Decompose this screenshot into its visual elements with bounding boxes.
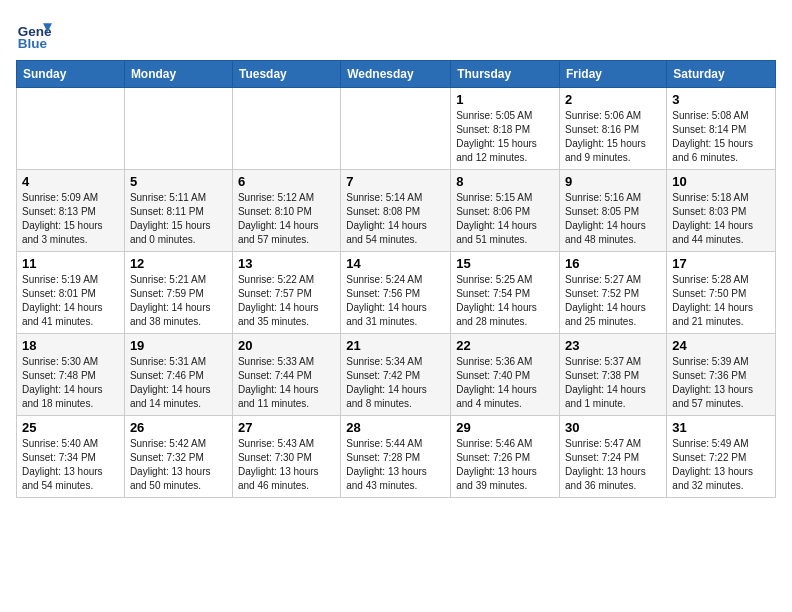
- calendar-cell: 13Sunrise: 5:22 AMSunset: 7:57 PMDayligh…: [232, 252, 340, 334]
- calendar-table: SundayMondayTuesdayWednesdayThursdayFrid…: [16, 60, 776, 498]
- day-info: Sunrise: 5:34 AMSunset: 7:42 PMDaylight:…: [346, 355, 445, 411]
- day-number: 10: [672, 174, 770, 189]
- day-info: Sunrise: 5:37 AMSunset: 7:38 PMDaylight:…: [565, 355, 661, 411]
- day-info: Sunrise: 5:39 AMSunset: 7:36 PMDaylight:…: [672, 355, 770, 411]
- day-info: Sunrise: 5:21 AMSunset: 7:59 PMDaylight:…: [130, 273, 227, 329]
- day-number: 31: [672, 420, 770, 435]
- day-info: Sunrise: 5:36 AMSunset: 7:40 PMDaylight:…: [456, 355, 554, 411]
- calendar-cell: 9Sunrise: 5:16 AMSunset: 8:05 PMDaylight…: [560, 170, 667, 252]
- day-info: Sunrise: 5:47 AMSunset: 7:24 PMDaylight:…: [565, 437, 661, 493]
- calendar-cell: 18Sunrise: 5:30 AMSunset: 7:48 PMDayligh…: [17, 334, 125, 416]
- calendar-cell: 8Sunrise: 5:15 AMSunset: 8:06 PMDaylight…: [451, 170, 560, 252]
- day-number: 22: [456, 338, 554, 353]
- calendar-cell: 16Sunrise: 5:27 AMSunset: 7:52 PMDayligh…: [560, 252, 667, 334]
- calendar-cell: 15Sunrise: 5:25 AMSunset: 7:54 PMDayligh…: [451, 252, 560, 334]
- day-number: 24: [672, 338, 770, 353]
- calendar-cell: 27Sunrise: 5:43 AMSunset: 7:30 PMDayligh…: [232, 416, 340, 498]
- day-info: Sunrise: 5:12 AMSunset: 8:10 PMDaylight:…: [238, 191, 335, 247]
- calendar-cell: 31Sunrise: 5:49 AMSunset: 7:22 PMDayligh…: [667, 416, 776, 498]
- day-number: 26: [130, 420, 227, 435]
- day-number: 21: [346, 338, 445, 353]
- calendar-cell: [124, 88, 232, 170]
- calendar-cell: 5Sunrise: 5:11 AMSunset: 8:11 PMDaylight…: [124, 170, 232, 252]
- day-info: Sunrise: 5:42 AMSunset: 7:32 PMDaylight:…: [130, 437, 227, 493]
- day-number: 14: [346, 256, 445, 271]
- calendar-cell: 24Sunrise: 5:39 AMSunset: 7:36 PMDayligh…: [667, 334, 776, 416]
- calendar-cell: 2Sunrise: 5:06 AMSunset: 8:16 PMDaylight…: [560, 88, 667, 170]
- day-info: Sunrise: 5:19 AMSunset: 8:01 PMDaylight:…: [22, 273, 119, 329]
- day-number: 18: [22, 338, 119, 353]
- calendar-week-row: 25Sunrise: 5:40 AMSunset: 7:34 PMDayligh…: [17, 416, 776, 498]
- day-number: 16: [565, 256, 661, 271]
- calendar-cell: 23Sunrise: 5:37 AMSunset: 7:38 PMDayligh…: [560, 334, 667, 416]
- day-info: Sunrise: 5:30 AMSunset: 7:48 PMDaylight:…: [22, 355, 119, 411]
- day-number: 13: [238, 256, 335, 271]
- calendar-cell: 4Sunrise: 5:09 AMSunset: 8:13 PMDaylight…: [17, 170, 125, 252]
- calendar-week-row: 11Sunrise: 5:19 AMSunset: 8:01 PMDayligh…: [17, 252, 776, 334]
- day-number: 8: [456, 174, 554, 189]
- column-header-thursday: Thursday: [451, 61, 560, 88]
- calendar-cell: 17Sunrise: 5:28 AMSunset: 7:50 PMDayligh…: [667, 252, 776, 334]
- logo-icon: General Blue: [16, 16, 52, 52]
- calendar-week-row: 1Sunrise: 5:05 AMSunset: 8:18 PMDaylight…: [17, 88, 776, 170]
- day-number: 2: [565, 92, 661, 107]
- day-info: Sunrise: 5:28 AMSunset: 7:50 PMDaylight:…: [672, 273, 770, 329]
- day-number: 20: [238, 338, 335, 353]
- day-number: 1: [456, 92, 554, 107]
- day-info: Sunrise: 5:08 AMSunset: 8:14 PMDaylight:…: [672, 109, 770, 165]
- day-info: Sunrise: 5:33 AMSunset: 7:44 PMDaylight:…: [238, 355, 335, 411]
- day-info: Sunrise: 5:15 AMSunset: 8:06 PMDaylight:…: [456, 191, 554, 247]
- calendar-cell: [341, 88, 451, 170]
- day-number: 23: [565, 338, 661, 353]
- day-number: 29: [456, 420, 554, 435]
- column-header-sunday: Sunday: [17, 61, 125, 88]
- day-info: Sunrise: 5:11 AMSunset: 8:11 PMDaylight:…: [130, 191, 227, 247]
- day-info: Sunrise: 5:05 AMSunset: 8:18 PMDaylight:…: [456, 109, 554, 165]
- day-info: Sunrise: 5:18 AMSunset: 8:03 PMDaylight:…: [672, 191, 770, 247]
- calendar-cell: [17, 88, 125, 170]
- calendar-cell: 30Sunrise: 5:47 AMSunset: 7:24 PMDayligh…: [560, 416, 667, 498]
- column-header-tuesday: Tuesday: [232, 61, 340, 88]
- calendar-cell: [232, 88, 340, 170]
- calendar-cell: 12Sunrise: 5:21 AMSunset: 7:59 PMDayligh…: [124, 252, 232, 334]
- day-info: Sunrise: 5:49 AMSunset: 7:22 PMDaylight:…: [672, 437, 770, 493]
- day-info: Sunrise: 5:09 AMSunset: 8:13 PMDaylight:…: [22, 191, 119, 247]
- day-info: Sunrise: 5:27 AMSunset: 7:52 PMDaylight:…: [565, 273, 661, 329]
- day-info: Sunrise: 5:44 AMSunset: 7:28 PMDaylight:…: [346, 437, 445, 493]
- calendar-cell: 28Sunrise: 5:44 AMSunset: 7:28 PMDayligh…: [341, 416, 451, 498]
- calendar-week-row: 18Sunrise: 5:30 AMSunset: 7:48 PMDayligh…: [17, 334, 776, 416]
- day-number: 17: [672, 256, 770, 271]
- day-info: Sunrise: 5:22 AMSunset: 7:57 PMDaylight:…: [238, 273, 335, 329]
- logo: General Blue: [16, 16, 56, 52]
- column-header-monday: Monday: [124, 61, 232, 88]
- calendar-cell: 29Sunrise: 5:46 AMSunset: 7:26 PMDayligh…: [451, 416, 560, 498]
- calendar-cell: 1Sunrise: 5:05 AMSunset: 8:18 PMDaylight…: [451, 88, 560, 170]
- day-info: Sunrise: 5:43 AMSunset: 7:30 PMDaylight:…: [238, 437, 335, 493]
- day-number: 11: [22, 256, 119, 271]
- day-info: Sunrise: 5:06 AMSunset: 8:16 PMDaylight:…: [565, 109, 661, 165]
- day-number: 7: [346, 174, 445, 189]
- calendar-week-row: 4Sunrise: 5:09 AMSunset: 8:13 PMDaylight…: [17, 170, 776, 252]
- day-number: 15: [456, 256, 554, 271]
- calendar-cell: 20Sunrise: 5:33 AMSunset: 7:44 PMDayligh…: [232, 334, 340, 416]
- calendar-cell: 19Sunrise: 5:31 AMSunset: 7:46 PMDayligh…: [124, 334, 232, 416]
- calendar-cell: 26Sunrise: 5:42 AMSunset: 7:32 PMDayligh…: [124, 416, 232, 498]
- calendar-cell: 7Sunrise: 5:14 AMSunset: 8:08 PMDaylight…: [341, 170, 451, 252]
- day-number: 30: [565, 420, 661, 435]
- day-info: Sunrise: 5:46 AMSunset: 7:26 PMDaylight:…: [456, 437, 554, 493]
- column-header-friday: Friday: [560, 61, 667, 88]
- day-number: 9: [565, 174, 661, 189]
- day-number: 28: [346, 420, 445, 435]
- day-number: 12: [130, 256, 227, 271]
- calendar-cell: 6Sunrise: 5:12 AMSunset: 8:10 PMDaylight…: [232, 170, 340, 252]
- day-info: Sunrise: 5:40 AMSunset: 7:34 PMDaylight:…: [22, 437, 119, 493]
- column-header-saturday: Saturday: [667, 61, 776, 88]
- day-number: 6: [238, 174, 335, 189]
- day-info: Sunrise: 5:25 AMSunset: 7:54 PMDaylight:…: [456, 273, 554, 329]
- calendar-cell: 3Sunrise: 5:08 AMSunset: 8:14 PMDaylight…: [667, 88, 776, 170]
- day-info: Sunrise: 5:31 AMSunset: 7:46 PMDaylight:…: [130, 355, 227, 411]
- day-info: Sunrise: 5:24 AMSunset: 7:56 PMDaylight:…: [346, 273, 445, 329]
- day-number: 3: [672, 92, 770, 107]
- calendar-cell: 22Sunrise: 5:36 AMSunset: 7:40 PMDayligh…: [451, 334, 560, 416]
- calendar-cell: 11Sunrise: 5:19 AMSunset: 8:01 PMDayligh…: [17, 252, 125, 334]
